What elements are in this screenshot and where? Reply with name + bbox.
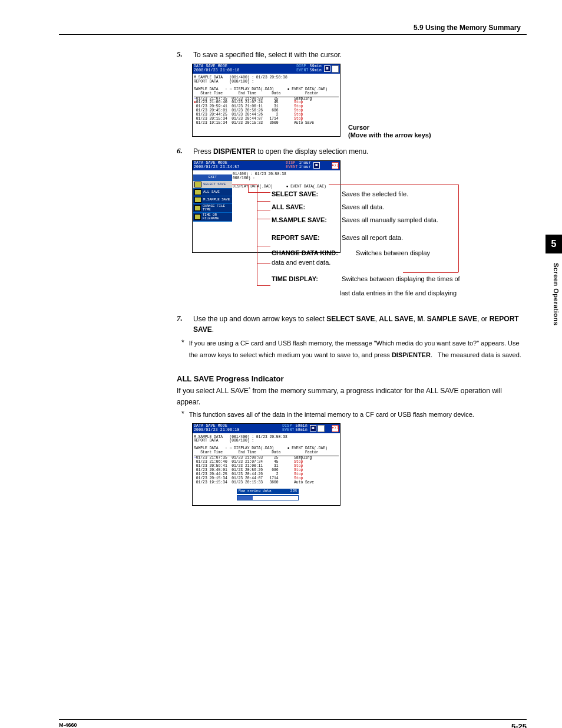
save-icon xyxy=(194,182,201,187)
footer-page-number: 5-25 xyxy=(511,722,527,728)
callout-all-save: ALL SAVE: Saves all data. xyxy=(272,203,460,212)
callout-line xyxy=(248,192,270,193)
callout-line xyxy=(257,246,270,246)
fig2-time-label: 1hour1hour xyxy=(298,162,312,170)
callout-line xyxy=(329,185,458,185)
camera-icon: ◙ xyxy=(310,425,316,431)
figure-3: DATA SAVE MODE 2008/01/23 21:08:10 DISPE… xyxy=(192,423,340,506)
step-number: 5. xyxy=(177,50,186,60)
menu-item-exit[interactable]: EXIT xyxy=(193,174,232,181)
fig2-sub-b: 000/100) : xyxy=(233,177,339,181)
fig3-body: M.SAMPLE DATA (001/400) : 01/23 20:50:38… xyxy=(193,433,340,505)
step-5-text: To save a specified file, select it with… xyxy=(193,50,342,60)
step-6: 6. Press DISP/ENTER to open the display … xyxy=(177,146,527,157)
subsection-title: ALL SAVE Progress Indicator xyxy=(177,374,527,383)
figure-2-callouts: SELECT SAVE: Saves the selected file. AL… xyxy=(272,190,460,302)
chapter-tab: 5 xyxy=(546,235,562,253)
menu-item-select-save[interactable]: SELECT SAVE xyxy=(193,181,232,189)
callout-time-display: TIME DISPLAY: Switches between displayin… xyxy=(272,275,460,298)
callout-line xyxy=(248,185,249,192)
fig3-table: SAMPLE DATA : ○ DISPLAY DATA(.DAD) ● EVE… xyxy=(194,447,339,485)
fig1-disp-label: DISPEVENT xyxy=(296,65,308,73)
callout-msample-save: M.SAMPLE SAVE: Saves all manually sample… xyxy=(272,216,460,225)
camera-icon: ◙ xyxy=(313,162,320,169)
fig2-titlebar: DATA SAVE MODE 2008/01/23 23:34:57 DISPE… xyxy=(193,161,340,170)
progress-indicator: Now saving data 25% xyxy=(237,489,299,500)
figure-2-wrap: DATA SAVE MODE 2008/01/23 23:34:57 DISPE… xyxy=(192,160,527,290)
footer-left: M-4660 xyxy=(59,722,77,728)
fig3-disp-label: DISPEVENT xyxy=(282,424,294,433)
callout-line xyxy=(257,201,270,202)
file-icon xyxy=(194,205,201,211)
progress-fill xyxy=(237,496,253,500)
fig2-datetime: 2008/01/23 23:34:57 xyxy=(194,165,240,169)
figure-1-wrap: DATA SAVE MODE 2008/01/23 21:08:10 DISPE… xyxy=(192,64,527,137)
step-7: 7. Use the up and down arrow keys to sel… xyxy=(177,314,527,335)
fig3-time-label: 59min59min xyxy=(295,424,309,433)
equalizer-icon xyxy=(332,65,339,73)
save-icon xyxy=(194,189,201,195)
star-note-1: * If you are using a CF card and USB fla… xyxy=(181,338,527,360)
step-5: 5. To save a specified file, select it w… xyxy=(177,50,527,60)
fig2-disp-label: DISPEVENT xyxy=(286,162,297,170)
section-header: 5.9 Using the Memory Summary xyxy=(59,24,527,35)
callout-line xyxy=(232,185,257,185)
fig3-titlebar: DATA SAVE MODE 2008/01/23 21:08:10 DISPE… xyxy=(193,424,340,433)
fig3-datetime: 2008/01/23 21:08:10 xyxy=(194,428,240,432)
record-icon: ●)) xyxy=(332,162,339,169)
equalizer-icon xyxy=(318,425,325,432)
save-icon xyxy=(194,197,201,203)
fig1-sub-b: REPORT DATA (000/100) : xyxy=(194,80,339,84)
fig1-body: M.SAMPLE DATA (001/400) : 01/23 20:50:38… xyxy=(193,74,340,136)
callout-report-save: REPORT SAVE: Saves all report data. xyxy=(272,233,460,243)
callout-change-data-kind: CHANGE DATA KIND: Switches between displ… xyxy=(272,249,460,268)
menu-item-time-or-filename[interactable]: TIME OR FILENAME xyxy=(193,213,232,222)
menu-item-all-save[interactable]: ALL SAVE xyxy=(193,189,232,196)
cursor-side-label: Cursor (Move with the arrow keys) xyxy=(348,124,431,139)
step-7-text: Use the up and down arrow keys to select… xyxy=(193,314,527,335)
menu-item-msample-save[interactable]: M.SAMPLE SAVE xyxy=(193,196,232,204)
figure-1: DATA SAVE MODE 2008/01/23 21:08:10 DISPE… xyxy=(192,64,340,137)
table-row: 01/23 19:15:34 01/23 20:15:33 3600 Auto … xyxy=(194,481,339,485)
callout-select-save: SELECT SAVE: Saves the selected file. xyxy=(272,190,460,199)
camera-icon: ◙ xyxy=(324,65,330,72)
saving-label: Now saving data xyxy=(239,489,272,493)
fig1-titlebar: DATA SAVE MODE 2008/01/23 21:08:10 DISPE… xyxy=(193,64,340,74)
callout-line xyxy=(257,263,270,264)
chapter-side-label: Screen Operations xyxy=(553,263,560,325)
fig3-sub-b: REPORT DATA (000/100) : xyxy=(194,439,339,443)
page-footer: M-4660 5-25 xyxy=(59,719,527,728)
callout-line xyxy=(257,210,270,210)
callout-line xyxy=(257,185,257,285)
step-number: 6. xyxy=(177,146,186,157)
table-row: 01/23 19:15:34 01/23 20:15:33 3600 Auto … xyxy=(194,121,339,126)
progress-bar xyxy=(237,495,299,500)
fig1-time-label: 59min59min xyxy=(309,65,323,73)
step-number: 7. xyxy=(177,314,186,335)
menu-item-change-file-type[interactable]: CHANGE FILE TYPE xyxy=(193,204,232,213)
fig2-legend: DISPLAY DATA(.DAD) ● EVENT DATA(.DAE) xyxy=(233,185,339,189)
saving-percent: 25% xyxy=(290,489,297,493)
subsection-para: If you select ALL SAVE* from the memory … xyxy=(177,386,527,407)
star-note-2: * This function saves all of the data in… xyxy=(181,410,527,420)
asterisk-icon: * xyxy=(181,410,184,420)
callout-line xyxy=(257,219,270,219)
fig2-menu: EXIT SELECT SAVE ALL SAVE M.SAMPLE SAVE xyxy=(193,174,232,222)
step-6-text: Press DISP/ENTER to open the display sel… xyxy=(193,146,369,157)
clock-icon xyxy=(194,214,201,220)
asterisk-icon: * xyxy=(181,338,184,360)
fig1-datetime: 2008/01/23 21:08:10 xyxy=(194,68,240,73)
callout-line xyxy=(257,285,270,286)
fig1-table: SAMPLE DATA : ○ DISPLAY DATA(.DAD) ● EVE… xyxy=(194,88,339,126)
record-icon: ●)) xyxy=(332,425,339,432)
figure-3-wrap: DATA SAVE MODE 2008/01/23 21:08:10 DISPE… xyxy=(192,423,527,506)
